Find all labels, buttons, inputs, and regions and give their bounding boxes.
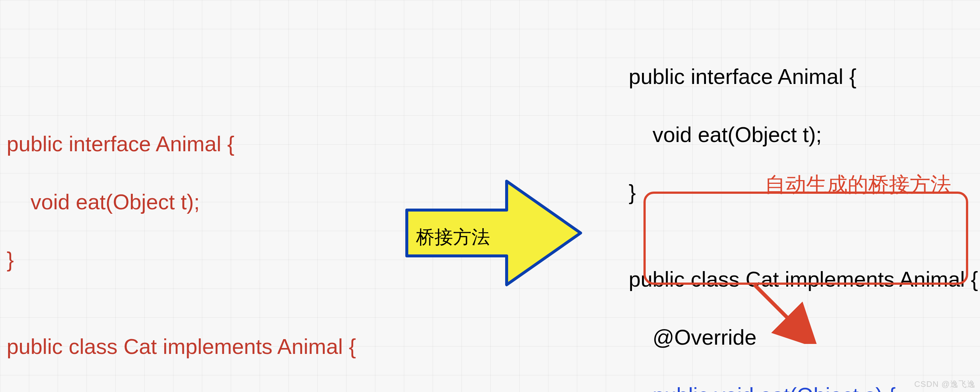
code-line: public class Cat implements Animal { (629, 265, 980, 294)
code-line: } (6, 245, 367, 274)
code-line: public interface Animal { (6, 129, 367, 158)
right-code-block: public interface Animal { void eat(Objec… (629, 33, 980, 392)
watermark-text: CSDN @逸飞逸 (914, 379, 975, 390)
code-line: public interface Animal { (629, 62, 980, 91)
bridge-arrow-label: 桥接方法 (416, 225, 490, 250)
override-annotation: @Override (629, 325, 757, 349)
code-line: void eat(Object t); (629, 120, 980, 149)
code-line: @Override (629, 323, 980, 352)
code-line: void eat(Object t); (6, 188, 367, 216)
left-code-block: public interface Animal { void eat(Objec… (6, 100, 367, 392)
auto-generated-label: 自动生成的桥接方法 (765, 171, 951, 199)
code-line: public class Cat implements Animal { (6, 332, 367, 361)
code-line: @Override (6, 390, 367, 392)
